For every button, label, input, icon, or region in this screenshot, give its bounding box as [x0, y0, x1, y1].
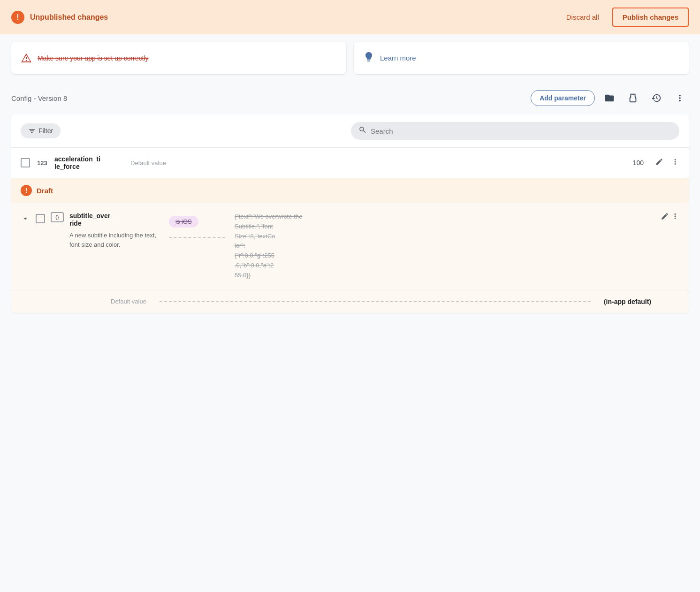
param-name: acceleration_tile_force	[54, 155, 125, 170]
setup-warning-text: Make sure your app is set up correctly	[38, 54, 149, 62]
card-warning-icon	[21, 53, 32, 64]
filter-button[interactable]: Filter	[21, 123, 61, 138]
config-version: Config - Version 8	[11, 94, 525, 102]
banner-title: Unpublished changes	[30, 13, 561, 22]
draft-edit-icon[interactable]	[661, 212, 669, 222]
flask-icon[interactable]	[624, 89, 642, 107]
draft-warning-icon: !	[21, 185, 32, 196]
row-checkbox[interactable]	[21, 158, 30, 167]
history-icon[interactable]	[647, 89, 665, 107]
draft-label: Draft	[37, 187, 53, 195]
publish-changes-button[interactable]: Publish changes	[612, 8, 689, 27]
number-type-icon: 123	[36, 159, 49, 167]
learn-more-card: Learn more	[354, 42, 689, 74]
more-icon[interactable]	[671, 158, 679, 168]
learn-more-text[interactable]: Learn more	[380, 54, 416, 62]
cards-row: Make sure your app is set up correctly L…	[0, 34, 700, 82]
draft-param-name: subtitle_override	[69, 212, 163, 227]
add-parameter-button[interactable]: Add parameter	[531, 90, 595, 106]
default-value-label: Default value	[111, 298, 146, 305]
setup-card: Make sure your app is set up correctly	[11, 42, 346, 74]
table-row: 123 acceleration_tile_force Default valu…	[11, 148, 689, 178]
folder-icon[interactable]	[601, 89, 618, 107]
draft-banner: ! Draft	[11, 178, 689, 203]
default-value-row: Default value (in-app default)	[11, 290, 689, 313]
warning-icon: !	[11, 11, 24, 24]
discard-all-button[interactable]: Discard all	[566, 13, 599, 21]
more-vert-icon[interactable]	[671, 89, 689, 107]
main-content: Filter 123 acceleration_tile_force Defau…	[11, 114, 689, 313]
param-value: 100	[616, 159, 644, 167]
lightbulb-icon	[363, 51, 374, 65]
filter-label: Filter	[38, 127, 53, 135]
draft-name-block: subtitle_override A new subtitle includi…	[69, 212, 163, 249]
in-app-default-value: (in-app default)	[604, 298, 651, 305]
draft-more-icon[interactable]	[671, 212, 679, 223]
edit-icon[interactable]	[655, 158, 663, 168]
search-input[interactable]	[371, 127, 672, 135]
json-type-icon: {}	[51, 212, 64, 222]
draft-param-desc: A new subtitle including the text, font …	[69, 231, 163, 249]
filter-icon	[28, 127, 36, 135]
draft-parameter-row: {} subtitle_override A new subtitle incl…	[11, 203, 689, 290]
chevron-down-icon[interactable]	[21, 214, 30, 226]
filter-search-bar: Filter	[11, 114, 689, 148]
search-box	[351, 122, 679, 140]
condition-pill[interactable]: is iOS	[169, 216, 198, 228]
draft-checkbox[interactable]	[36, 214, 45, 223]
config-header: Config - Version 8 Add parameter	[0, 82, 700, 114]
strikethrough-value: {"text":"We overwrote the Subtitle.","fo…	[235, 212, 328, 281]
search-icon	[358, 126, 367, 136]
unpublished-banner: ! Unpublished changes Discard all Publis…	[0, 0, 700, 34]
param-default-label: Default value	[130, 159, 177, 167]
